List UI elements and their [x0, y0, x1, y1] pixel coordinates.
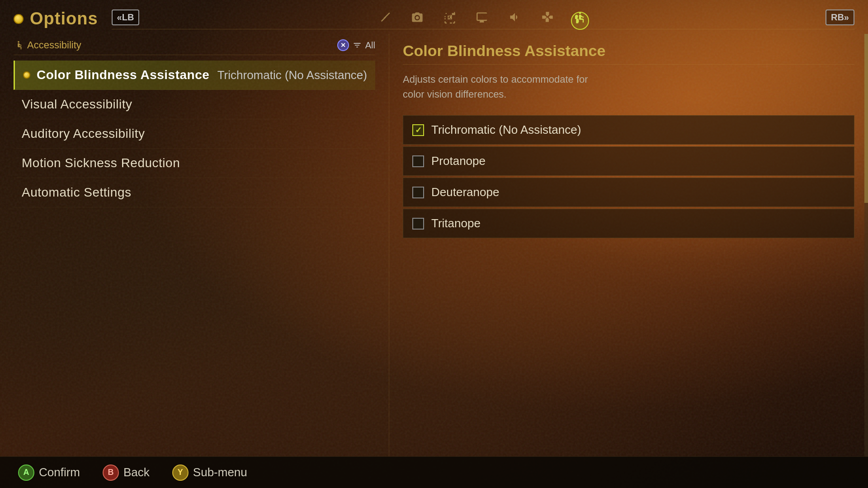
tab-nav: «LB [112, 8, 854, 29]
tab-capture[interactable] [441, 8, 459, 26]
option-protanope[interactable]: Protanope [403, 146, 854, 176]
page-title: Options [14, 9, 98, 28]
menu-item-visual[interactable]: Visual Accessibility [14, 90, 375, 119]
section-label: Accessibility [14, 39, 81, 51]
menu-item-automatic[interactable]: Automatic Settings [14, 178, 375, 207]
tab-icons [145, 8, 820, 26]
x-button[interactable]: ✕ [337, 39, 349, 51]
tab-display[interactable] [473, 8, 491, 26]
selected-dot [23, 71, 30, 79]
svg-point-1 [579, 12, 581, 14]
y-button[interactable]: Y [172, 465, 189, 481]
checkbox-deuteranope[interactable] [412, 187, 424, 198]
section-header: Accessibility ✕ All [14, 34, 375, 55]
scrollbar-thumb[interactable] [864, 34, 868, 203]
tab-combat[interactable] [376, 8, 394, 26]
detail-title: Color Blindness Assistance [403, 34, 854, 65]
nav-bar: Options «LB [0, 0, 868, 34]
option-deuteranope[interactable]: Deuteranope [403, 178, 854, 207]
option-trichromatic[interactable]: Trichromatic (No Assistance) [403, 115, 854, 145]
action-submenu[interactable]: Y Sub-menu [172, 465, 247, 481]
option-tritanope[interactable]: Tritanope [403, 209, 854, 238]
checkbox-trichromatic[interactable] [412, 124, 424, 136]
checkbox-tritanope[interactable] [412, 218, 424, 230]
title-dot [14, 14, 24, 24]
menu-list: Color Blindness Assistance Trichromatic … [14, 61, 375, 207]
menu-item-auditory[interactable]: Auditory Accessibility [14, 119, 375, 149]
svg-point-2 [18, 41, 19, 43]
menu-item-color-blindness[interactable]: Color Blindness Assistance Trichromatic … [14, 61, 375, 90]
filter-area: ✕ All [337, 39, 375, 51]
tab-accessibility[interactable] [571, 8, 589, 26]
b-button[interactable]: B [103, 465, 119, 481]
checkbox-protanope[interactable] [412, 155, 424, 167]
detail-description: Adjusts certain colors to accommodate fo… [403, 72, 854, 102]
menu-item-motion[interactable]: Motion Sickness Reduction [14, 149, 375, 178]
a-button[interactable]: A [18, 465, 34, 481]
tab-gamepad[interactable] [538, 8, 557, 26]
tab-sound[interactable] [506, 8, 524, 26]
lb-button[interactable]: «LB [112, 9, 140, 25]
bottom-bar: A Confirm B Back Y Sub-menu [0, 456, 868, 488]
content-area: Accessibility ✕ All Color Blindness Assi… [0, 34, 868, 456]
scrollbar-track[interactable] [864, 34, 868, 456]
rb-button[interactable]: RB» [826, 9, 854, 25]
left-panel: Accessibility ✕ All Color Blindness Assi… [0, 34, 389, 456]
action-confirm[interactable]: A Confirm [18, 465, 80, 481]
action-back[interactable]: B Back [103, 465, 150, 481]
right-panel: Color Blindness Assistance Adjusts certa… [389, 34, 868, 456]
options-list: Trichromatic (No Assistance) Protanope D… [403, 115, 854, 238]
tab-camera[interactable] [408, 8, 426, 26]
svg-point-0 [416, 16, 419, 19]
